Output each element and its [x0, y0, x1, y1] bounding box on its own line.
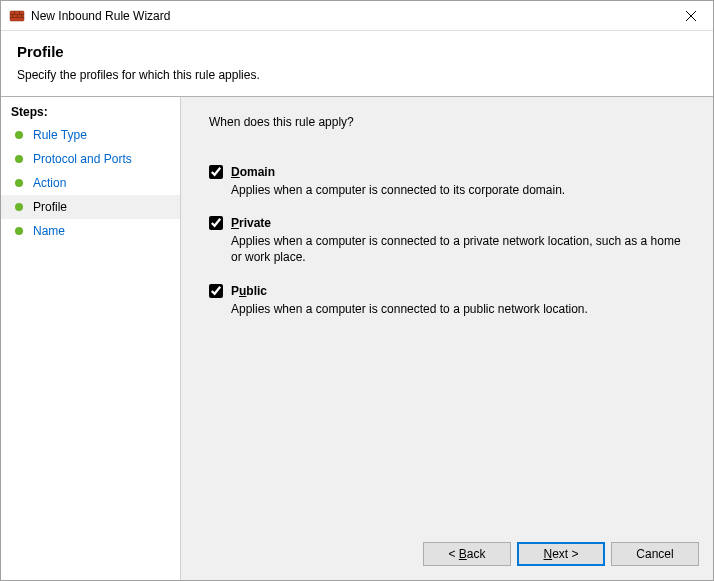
step-label: Protocol and Ports	[33, 152, 132, 166]
public-checkbox[interactable]	[209, 284, 223, 298]
public-label[interactable]: Public	[231, 284, 267, 298]
step-label: Rule Type	[33, 128, 87, 142]
body: Steps: Rule Type Protocol and Ports Acti…	[1, 96, 713, 580]
step-label: Name	[33, 224, 65, 238]
domain-label[interactable]: Domain	[231, 165, 275, 179]
firewall-icon	[9, 8, 25, 24]
private-description: Applies when a computer is connected to …	[231, 233, 685, 265]
step-bullet-icon	[15, 155, 23, 163]
step-profile[interactable]: Profile	[1, 195, 180, 219]
content: When does this rule apply? Domain Applie…	[181, 97, 713, 532]
svg-rect-6	[17, 14, 18, 17]
back-button[interactable]: < Back	[423, 542, 511, 566]
private-checkbox[interactable]	[209, 216, 223, 230]
public-description: Applies when a computer is connected to …	[231, 301, 685, 317]
svg-rect-3	[14, 11, 15, 14]
close-icon	[686, 11, 696, 21]
private-label[interactable]: Private	[231, 216, 271, 230]
step-bullet-icon	[15, 131, 23, 139]
profile-domain-row: Domain Applies when a computer is connec…	[209, 165, 685, 198]
step-protocol-and-ports[interactable]: Protocol and Ports	[1, 147, 180, 171]
profile-private-row: Private Applies when a computer is conne…	[209, 216, 685, 265]
step-action[interactable]: Action	[1, 171, 180, 195]
wizard-window: New Inbound Rule Wizard Profile Specify …	[0, 0, 714, 581]
step-rule-type[interactable]: Rule Type	[1, 123, 180, 147]
titlebar: New Inbound Rule Wizard	[1, 1, 713, 31]
window-title: New Inbound Rule Wizard	[31, 9, 668, 23]
step-label: Profile	[33, 200, 67, 214]
domain-checkbox[interactable]	[209, 165, 223, 179]
step-bullet-icon	[15, 203, 23, 211]
svg-rect-4	[19, 11, 20, 14]
step-bullet-icon	[15, 179, 23, 187]
footer: < Back Next > Cancel	[181, 532, 713, 580]
next-button[interactable]: Next >	[517, 542, 605, 566]
profile-public-row: Public Applies when a computer is connec…	[209, 284, 685, 317]
svg-rect-2	[10, 17, 24, 18]
domain-description: Applies when a computer is connected to …	[231, 182, 685, 198]
close-button[interactable]	[668, 1, 713, 30]
svg-rect-7	[21, 14, 22, 17]
step-bullet-icon	[15, 227, 23, 235]
main-panel: When does this rule apply? Domain Applie…	[181, 97, 713, 580]
steps-heading: Steps:	[1, 103, 180, 123]
svg-rect-5	[12, 14, 13, 17]
cancel-button[interactable]: Cancel	[611, 542, 699, 566]
page-subtitle: Specify the profiles for which this rule…	[17, 68, 697, 82]
page-title: Profile	[17, 43, 697, 60]
header: Profile Specify the profiles for which t…	[1, 31, 713, 96]
step-name[interactable]: Name	[1, 219, 180, 243]
question-text: When does this rule apply?	[209, 115, 685, 129]
step-label: Action	[33, 176, 66, 190]
steps-sidebar: Steps: Rule Type Protocol and Ports Acti…	[1, 97, 181, 580]
